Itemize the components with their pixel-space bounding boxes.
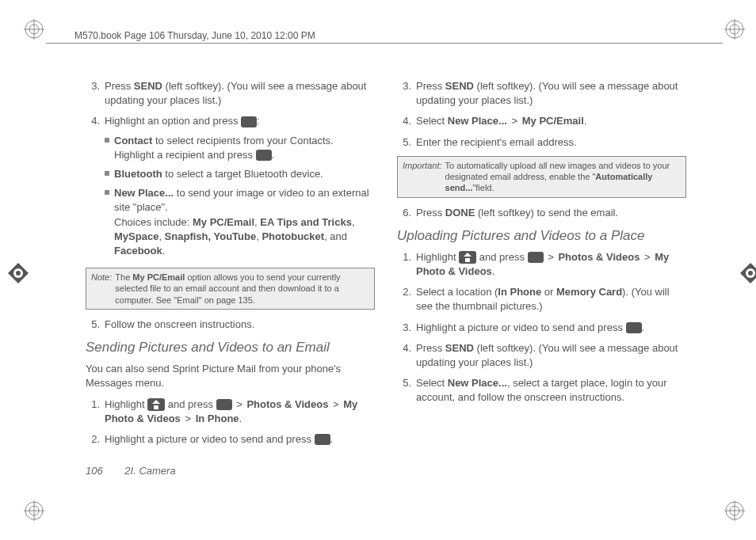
ok-key-icon — [241, 116, 257, 127]
step-3: 3. Press SEND (left softkey). (You will … — [86, 79, 375, 108]
ok-key-icon — [626, 322, 642, 333]
align-mark-icon — [6, 261, 30, 285]
sub-new-place: New Place... to send your image or video… — [105, 186, 375, 258]
upload-step-5: 5. Select New Place..., select a target … — [397, 376, 686, 405]
email-step-2: 2. Highlight a picture or video to send … — [86, 432, 375, 447]
page-header: M570.book Page 106 Thursday, June 10, 20… — [74, 30, 315, 41]
sub-bluetooth: Bluetooth to select a target Bluetooth d… — [105, 167, 375, 181]
ok-key-icon — [315, 434, 330, 445]
header-rule — [46, 43, 723, 44]
bullet-icon — [105, 138, 109, 143]
intro-para: You can also send Sprint Picture Mail fr… — [86, 362, 375, 390]
upload-step-3: 3. Highlight a picture or video to send … — [397, 321, 686, 335]
r-step-4: 4. Select New Place... > My PC/Email. — [397, 114, 686, 128]
reg-mark-icon — [724, 500, 745, 521]
ok-key-icon — [216, 399, 232, 410]
ok-key-icon — [256, 150, 272, 161]
section-label: 2I. Camera — [124, 465, 175, 477]
section-heading-email: Sending Pictures and Videos to an Email — [86, 340, 375, 356]
r-step-5: 5. Enter the recipient's email address. — [397, 135, 686, 150]
upload-step-2: 2. Select a location (In Phone or Memory… — [397, 285, 686, 314]
right-column: 3. Press SEND (left softkey). (You will … — [397, 79, 686, 453]
home-key-icon — [459, 251, 476, 264]
section-heading-place: Uploading Pictures and Videos to a Place — [397, 228, 686, 244]
reg-mark-icon — [724, 19, 745, 40]
step-4: 4. Highlight an option and press : Conta… — [86, 114, 375, 261]
reg-mark-icon — [24, 19, 44, 40]
sub-contact: Contact to select recipients from your C… — [105, 134, 375, 162]
email-step-1: 1. Highlight and press > Photos & Videos… — [86, 397, 375, 426]
svg-point-21 — [748, 271, 753, 276]
r-step-3: 3. Press SEND (left softkey). (You will … — [397, 79, 686, 108]
important-box: Important: To automatically upload all n… — [397, 156, 686, 198]
bullet-icon — [105, 171, 109, 176]
note-box: Note: The My PC/Email option allows you … — [86, 268, 375, 310]
upload-step-1: 1. Highlight and press > Photos & Videos… — [397, 250, 686, 279]
bullet-icon — [105, 190, 109, 195]
home-key-icon — [147, 398, 165, 411]
left-column: 3. Press SEND (left softkey). (You will … — [86, 79, 375, 453]
r-step-6: 6. Press DONE (left softkey) to send the… — [397, 206, 686, 220]
step-5: 5. Follow the onscreen instructions. — [86, 318, 375, 332]
upload-step-4: 4. Press SEND (left softkey). (You will … — [397, 341, 686, 370]
reg-mark-icon — [24, 500, 44, 521]
align-mark-icon — [739, 261, 756, 285]
page-number: 106 — [86, 465, 103, 477]
page-content: 3. Press SEND (left softkey). (You will … — [86, 79, 686, 453]
ok-key-icon — [528, 252, 544, 263]
page-footer: 106 2I. Camera — [86, 465, 176, 477]
svg-point-18 — [16, 271, 21, 276]
